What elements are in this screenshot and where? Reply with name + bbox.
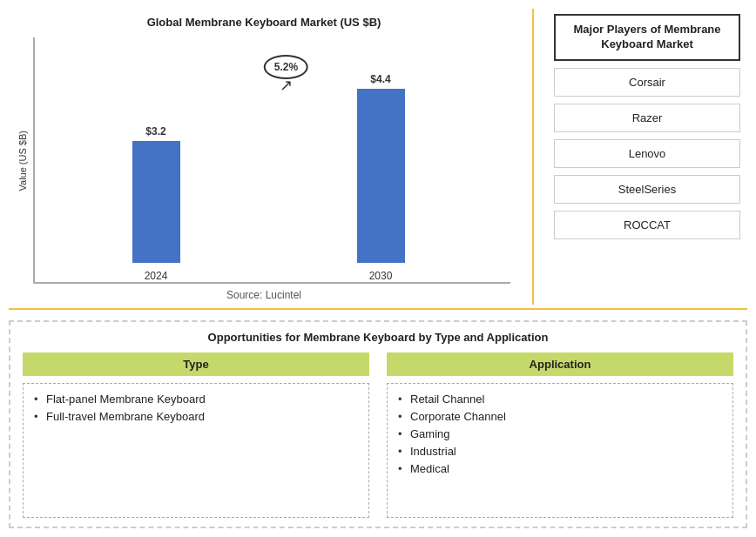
application-list-box: Retail Channel Corporate Channel Gaming … — [387, 383, 733, 518]
bottom-section: Opportunities for Membrane Keyboard by T… — [9, 320, 747, 528]
type-column: Type Flat-panel Membrane Keyboard Full-t… — [23, 352, 369, 518]
bar-label-2024: 2024 — [145, 270, 168, 282]
player-lenovo: Lenovo — [554, 139, 740, 168]
bar-2024 — [132, 141, 180, 263]
players-title: Major Players of Membrane Keyboard Marke… — [554, 14, 740, 61]
type-header: Type — [23, 352, 369, 376]
app-item-3: Gaming — [398, 427, 722, 440]
bars-area: $3.2 2024 5.2% ↗ $4.4 — [33, 37, 510, 284]
player-razer: Razer — [554, 104, 740, 132]
players-panel: Major Players of Membrane Keyboard Marke… — [547, 9, 747, 305]
vertical-divider — [532, 9, 534, 305]
app-item-1: Retail Channel — [398, 393, 722, 406]
bar-2030 — [357, 89, 405, 263]
application-column: Application Retail Channel Corporate Cha… — [387, 352, 733, 518]
opportunities-content: Type Flat-panel Membrane Keyboard Full-t… — [23, 352, 733, 518]
cagr-arrow: ↗ — [280, 76, 293, 95]
opportunities-title: Opportunities for Membrane Keyboard by T… — [23, 331, 733, 344]
type-item-1: Flat-panel Membrane Keyboard — [34, 393, 358, 406]
bar-group-2024: $3.2 2024 — [132, 125, 180, 282]
cagr-container: 5.2% ↗ — [264, 55, 308, 95]
bar-value-2024: $3.2 — [145, 125, 165, 138]
type-list: Flat-panel Membrane Keyboard Full-travel… — [34, 393, 358, 423]
bar-group-2030: $4.4 2030 — [357, 73, 405, 282]
chart-title: Global Membrane Keyboard Market (US $B) — [147, 16, 381, 29]
player-corsair: Corsair — [554, 68, 740, 97]
y-axis-label: Value (US $B) — [17, 131, 28, 191]
source-text: Source: Lucintel — [226, 289, 301, 301]
type-list-box: Flat-panel Membrane Keyboard Full-travel… — [23, 383, 369, 518]
player-steelseries: SteelSeries — [554, 175, 740, 204]
chart-area: Global Membrane Keyboard Market (US $B) … — [9, 9, 519, 305]
player-roccat: ROCCAT — [554, 211, 740, 239]
application-header: Application — [387, 352, 733, 376]
application-list: Retail Channel Corporate Channel Gaming … — [398, 393, 722, 475]
bar-label-2030: 2030 — [369, 270, 393, 282]
bar-value-2030: $4.4 — [370, 73, 390, 85]
app-item-2: Corporate Channel — [398, 410, 722, 423]
type-item-2: Full-travel Membrane Keyboard — [34, 410, 358, 423]
app-item-4: Industrial — [398, 445, 722, 458]
horizontal-divider — [9, 308, 747, 310]
app-item-5: Medical — [398, 462, 722, 475]
